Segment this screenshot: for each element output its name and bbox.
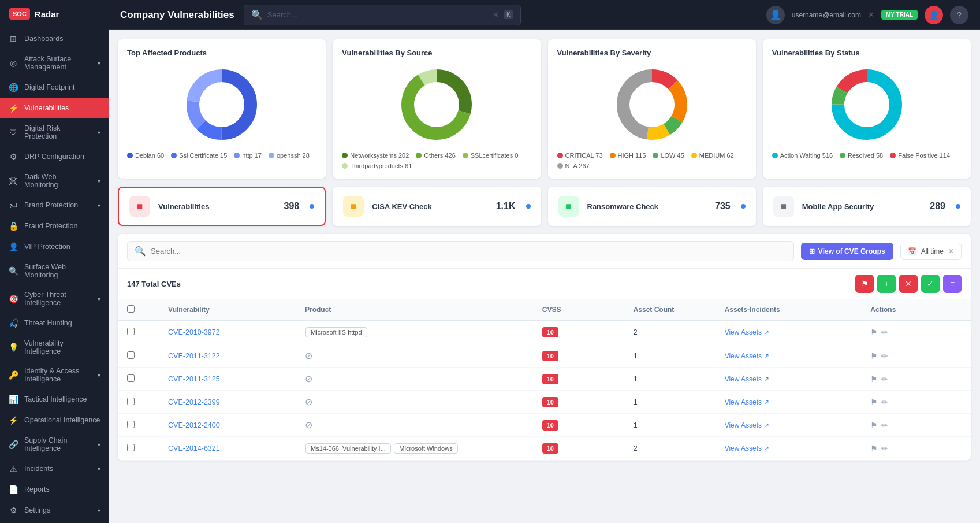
cve-id-cell: CVE-2014-6321 xyxy=(159,437,296,461)
sidebar-item-drp-config[interactable]: ⚙ DRP Configuration xyxy=(0,146,109,167)
view-assets-link[interactable]: View Assets ↗ xyxy=(725,328,852,336)
table-search-input[interactable] xyxy=(151,247,787,255)
action-icon-edit[interactable]: ✏ xyxy=(881,421,888,430)
sidebar-item-operational[interactable]: ⚡ Operational Intelligence xyxy=(0,410,109,431)
asset-count-cell: 2 xyxy=(624,321,716,344)
cve-link[interactable]: CVE-2011-3122 xyxy=(168,352,220,360)
sidebar-item-identity[interactable]: 🔑 Identity & Access Intelligence ▾ xyxy=(0,361,109,389)
sidebar-item-label: Vulnerability Intelligence xyxy=(24,339,100,355)
chevron-icon: ▾ xyxy=(98,442,100,448)
sidebar-item-brand-protection[interactable]: 🏷 Brand Protection ▾ xyxy=(0,195,109,216)
view-assets-link[interactable]: View Assets ↗ xyxy=(725,375,852,383)
row-checkbox[interactable] xyxy=(127,328,135,335)
header-search[interactable]: 🔍 ✕ K xyxy=(244,5,521,25)
sidebar-item-vuln-intelligence[interactable]: 💡 Vulnerability Intelligence xyxy=(0,333,109,361)
user-avatar: 👤 xyxy=(925,6,943,24)
table-body: CVE-2010-3972 Microsoft IIS httpd 10 2 V… xyxy=(118,321,971,461)
action-icon-edit[interactable]: ✏ xyxy=(881,351,888,361)
summary-dot xyxy=(956,204,960,209)
action-icon-flag[interactable]: ⚑ xyxy=(870,398,878,407)
sidebar-item-dark-web[interactable]: 🕸 Dark Web Monitoring ▾ xyxy=(0,167,109,195)
view-assets-link[interactable]: View Assets ↗ xyxy=(725,352,852,360)
cve-link[interactable]: CVE-2012-2399 xyxy=(168,398,220,406)
logo-text: Radar xyxy=(35,9,59,19)
summary-card-mobile[interactable]: ■ Mobile App Security 289 xyxy=(763,187,971,226)
row-checkbox[interactable] xyxy=(127,351,135,359)
grid-icon: ⊞ xyxy=(809,247,815,255)
summary-card-vulnerabilities[interactable]: ■ Vulnerabilities 398 xyxy=(118,187,326,226)
close-date-icon[interactable]: ✕ xyxy=(948,247,954,255)
filter-btn-menu[interactable]: ≡ xyxy=(943,275,962,293)
filter-btn-add[interactable]: + xyxy=(877,275,896,293)
sidebar-item-digital-footprint[interactable]: 🌐 Digital Footprint xyxy=(0,77,109,98)
action-icon-edit[interactable]: ✏ xyxy=(881,444,888,453)
filter-btn-remove[interactable]: ✕ xyxy=(899,275,918,293)
row-checkbox[interactable] xyxy=(127,398,135,405)
view-assets-link[interactable]: View Assets ↗ xyxy=(725,444,852,452)
view-assets-link[interactable]: View Assets ↗ xyxy=(725,421,852,429)
sidebar-item-fraud[interactable]: 🔒 Fraud Protection xyxy=(0,216,109,236)
reports-icon: 📄 xyxy=(8,485,18,494)
summary-card-cisa[interactable]: ■ CISA KEV Check 1.1K xyxy=(333,187,541,226)
asset-count-cell: 1 xyxy=(624,344,716,368)
row-checkbox[interactable] xyxy=(127,421,135,428)
sidebar-item-cyber-threat[interactable]: 🎯 Cyber Threat Intelligence ▾ xyxy=(0,285,109,313)
action-icon-flag[interactable]: ⚑ xyxy=(870,328,878,337)
action-icon-flag[interactable]: ⚑ xyxy=(870,351,878,361)
filter-btn-critical[interactable]: ⚑ xyxy=(855,275,874,293)
row-checkbox[interactable] xyxy=(127,444,135,451)
cve-link[interactable]: CVE-2010-3972 xyxy=(168,328,220,336)
action-icon-edit[interactable]: ✏ xyxy=(881,398,888,407)
view-cve-groups-button[interactable]: ⊞ View of CVE Groups xyxy=(801,243,893,260)
cve-link[interactable]: CVE-2011-3125 xyxy=(168,375,220,383)
svg-point-15 xyxy=(632,85,672,124)
external-link-icon: ↗ xyxy=(763,421,769,429)
cve-link[interactable]: CVE-2014-6321 xyxy=(168,444,220,452)
search-clear-icon[interactable]: ✕ xyxy=(493,10,499,19)
sidebar-item-surface-web[interactable]: 🔍 Surface Web Monitoring xyxy=(0,257,109,285)
user-close-icon[interactable]: ✕ xyxy=(868,10,874,19)
summary-label: Mobile App Security xyxy=(802,202,922,211)
sidebar-item-settings[interactable]: ⚙ Settings ▾ xyxy=(0,500,109,521)
sidebar-item-digital-risk[interactable]: 🛡 Digital Risk Protection ▾ xyxy=(0,118,109,146)
trial-badge[interactable]: MY TRIAL xyxy=(881,10,918,20)
chart-by-status: Vulnerabilities By Status Action Waiting… xyxy=(763,39,971,179)
cvss-cell: 10 xyxy=(533,344,624,368)
collapse-sidebar-button[interactable]: ⟪ xyxy=(0,521,109,523)
table-search[interactable]: 🔍 xyxy=(127,241,794,261)
sidebar-item-threat-hunting[interactable]: 🎣 Threat Hunting xyxy=(0,313,109,333)
sidebar-item-attack-surface[interactable]: ◎ Attack Surface Management ▾ xyxy=(0,49,109,77)
donut-chart xyxy=(557,64,747,145)
sidebar-item-label: Attack Surface Management xyxy=(24,55,92,71)
sidebar-item-dashboards[interactable]: ⊞ Dashboards xyxy=(0,28,109,49)
action-icon-flag[interactable]: ⚑ xyxy=(870,444,878,453)
sidebar-item-reports[interactable]: 📄 Reports xyxy=(0,479,109,500)
date-filter[interactable]: 📅 All time ✕ xyxy=(900,243,962,260)
cve-link[interactable]: CVE-2012-2400 xyxy=(168,421,220,429)
sidebar-item-tactical[interactable]: 📊 Tactical Intelligence xyxy=(0,389,109,410)
chevron-icon: ▾ xyxy=(98,507,100,514)
sidebar-item-incidents[interactable]: ⚠ Incidents ▾ xyxy=(0,458,109,479)
filter-btn-confirm[interactable]: ✓ xyxy=(921,275,940,293)
sidebar-item-label: Brand Protection xyxy=(24,201,92,209)
total-cves-label: 147 Total CVEs xyxy=(127,280,851,288)
action-icon-edit[interactable]: ✏ xyxy=(881,328,888,337)
chart-legend: CRITICAL 73 HIGH 115 LOW 45 MEDIUM 62 N_… xyxy=(557,152,747,169)
action-icon-flag[interactable]: ⚑ xyxy=(870,374,878,384)
view-assets-link[interactable]: View Assets ↗ xyxy=(725,398,852,406)
action-icon-flag[interactable]: ⚑ xyxy=(870,421,878,430)
action-icon-edit[interactable]: ✏ xyxy=(881,374,888,384)
header-search-input[interactable] xyxy=(267,10,488,19)
calendar-icon: 📅 xyxy=(908,247,916,255)
logo-icon: SOC xyxy=(9,8,30,20)
vuln-icon: ⚡ xyxy=(8,103,18,113)
row-checkbox[interactable] xyxy=(127,374,135,382)
cvss-badge: 10 xyxy=(542,397,558,407)
sidebar-item-vulnerabilities[interactable]: ⚡ Vulnerabilities xyxy=(0,98,109,118)
table-row: CVE-2010-3972 Microsoft IIS httpd 10 2 V… xyxy=(118,321,971,344)
sidebar-item-vip[interactable]: 👤 VIP Protection xyxy=(0,236,109,257)
select-all-checkbox[interactable] xyxy=(127,305,135,313)
filter-buttons: ⚑ + ✕ ✓ ≡ xyxy=(855,275,962,293)
summary-card-ransomware[interactable]: ■ Ransomware Check 735 xyxy=(548,187,756,226)
sidebar-item-supply-chain[interactable]: 🔗 Supply Chain Intelligence ▾ xyxy=(0,431,109,458)
